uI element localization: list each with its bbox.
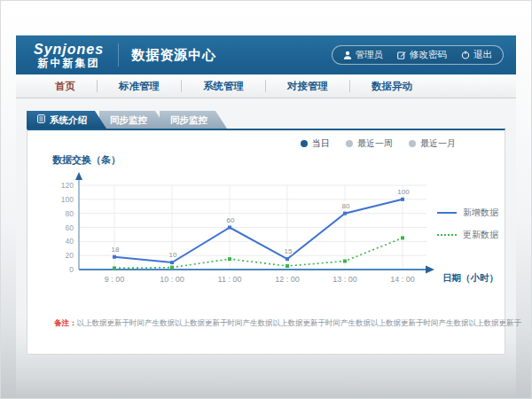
tab-label: 同步监控	[110, 111, 147, 129]
svg-text:60: 60	[227, 216, 235, 224]
chart-y-title: 数据交换（条）	[52, 153, 121, 167]
filter-label: 最近一周	[357, 137, 393, 150]
tab-bar: 系统介绍 同步监控 同步监控	[27, 111, 516, 129]
svg-text:11 : 00: 11 : 00	[218, 275, 242, 284]
nav-item-standard-mgmt[interactable]: 标准管理	[98, 74, 181, 98]
brand-logo-en: Synjones	[34, 43, 104, 58]
legend-label: 新增数据	[463, 207, 498, 219]
footnote-text: 以上数据更新于时间产生数据以上数据更新于时间产生数据以上数据更新于时间产生数据以…	[77, 318, 522, 327]
tab-sync-monitor-1[interactable]: 同步监控	[99, 111, 167, 129]
svg-text:100: 100	[61, 195, 74, 204]
filter-label: 当日	[312, 137, 330, 150]
chart-x-title: 日期（小时）	[442, 272, 498, 285]
radio-dot-icon	[301, 140, 308, 147]
edit-icon	[397, 51, 406, 59]
series-legend: 新增数据 更新数据	[437, 207, 498, 241]
svg-text:80: 80	[66, 209, 74, 218]
svg-text:80: 80	[342, 202, 350, 210]
filter-last-month[interactable]: 最近一月	[409, 137, 456, 150]
tab-sync-monitor-2[interactable]: 同步监控	[160, 111, 227, 129]
svg-text:9 : 00: 9 : 00	[105, 275, 125, 284]
logout-icon	[461, 51, 470, 59]
nav-item-home[interactable]: 首页	[34, 74, 97, 98]
svg-text:14 : 00: 14 : 00	[390, 275, 415, 284]
svg-text:18: 18	[112, 246, 120, 254]
footnote-prefix: 备注：	[54, 318, 77, 327]
legend-item-update-data: 更新数据	[437, 229, 498, 241]
range-filter-group: 当日 最近一周 最近一月	[301, 137, 456, 150]
user-menu-admin-label: 管理员	[356, 49, 384, 61]
legend-item-new-data: 新增数据	[437, 207, 498, 219]
header-divider	[118, 43, 119, 66]
main-nav: 首页 标准管理 系统管理 对接管理 数据异动	[16, 74, 516, 98]
nav-item-data-change[interactable]: 数据异动	[350, 74, 434, 98]
brand-logo-cn: 新中新集团	[34, 58, 104, 69]
tab-label: 系统介绍	[50, 111, 87, 129]
tab-label: 同步监控	[170, 111, 207, 129]
nav-item-interface-mgmt[interactable]: 对接管理	[266, 74, 349, 98]
svg-text:15: 15	[285, 247, 293, 255]
chart-panel: 当日 最近一周 最近一月 数据交换（条） 0204060801001209 : …	[27, 129, 505, 355]
user-icon	[343, 51, 352, 59]
radio-dot-icon	[346, 140, 353, 147]
svg-text:10: 10	[169, 251, 177, 259]
legend-swatch-dotted-line	[437, 234, 457, 236]
svg-text:40: 40	[66, 237, 74, 246]
logout-label: 退出	[473, 49, 492, 61]
content-area: 系统介绍 同步监控 同步监控 当日 最近一周	[16, 98, 516, 399]
site-container: Synjones 新中新集团 数据资源中心 管理员 修改密码	[16, 35, 516, 399]
svg-text:100: 100	[397, 188, 410, 196]
svg-text:20: 20	[66, 251, 74, 260]
svg-text:12 : 00: 12 : 00	[275, 275, 300, 284]
change-password-button[interactable]: 修改密码	[397, 49, 447, 61]
svg-text:120: 120	[61, 181, 74, 190]
brand-logo: Synjones 新中新集团	[34, 41, 104, 68]
change-password-label: 修改密码	[410, 49, 447, 61]
legend-swatch-solid-line	[437, 212, 457, 214]
filter-label: 最近一月	[420, 137, 456, 150]
footnote: 备注：以上数据更新于时间产生数据以上数据更新于时间产生数据以上数据更新于时间产生…	[54, 318, 521, 329]
nav-item-system-mgmt[interactable]: 系统管理	[182, 74, 265, 98]
page-title: 数据资源中心	[131, 47, 216, 64]
legend-label: 更新数据	[463, 229, 498, 241]
line-chart: 0204060801001209 : 0010 : 0011 : 0012 : …	[43, 169, 460, 302]
app-header: Synjones 新中新集团 数据资源中心 管理员 修改密码	[16, 35, 516, 74]
svg-text:0: 0	[69, 265, 74, 274]
filter-last-week[interactable]: 最近一周	[346, 137, 393, 150]
tab-system-intro[interactable]: 系统介绍	[27, 111, 106, 129]
svg-text:10 : 00: 10 : 00	[160, 275, 184, 284]
svg-text:60: 60	[66, 223, 74, 232]
svg-text:13 : 00: 13 : 00	[332, 275, 357, 284]
filter-today[interactable]: 当日	[301, 137, 330, 150]
document-icon	[37, 111, 45, 129]
logout-button[interactable]: 退出	[461, 49, 492, 61]
radio-dot-icon	[409, 140, 416, 147]
user-menu-admin[interactable]: 管理员	[343, 49, 384, 61]
user-menu: 管理员 修改密码 退出	[332, 45, 505, 65]
